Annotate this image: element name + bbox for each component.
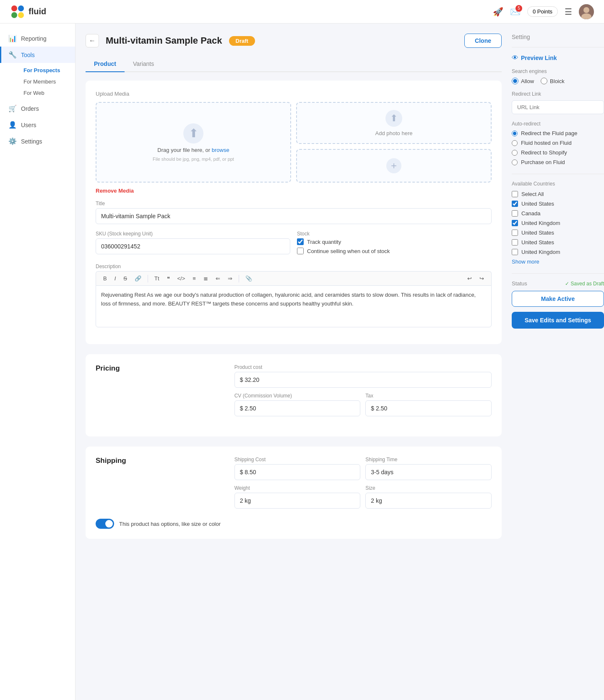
country-checkbox-4[interactable] bbox=[512, 239, 518, 246]
country-label-2: United Kingdom bbox=[521, 220, 560, 226]
cost-group: Product cost bbox=[234, 364, 492, 388]
block-radio[interactable] bbox=[541, 78, 547, 84]
tab-product[interactable]: Product bbox=[86, 56, 125, 72]
clone-button[interactable]: Clone bbox=[464, 34, 502, 48]
panel-divider-3 bbox=[512, 273, 604, 274]
save-button[interactable]: Save Edits and Settings bbox=[512, 312, 604, 329]
add-photo-zone[interactable]: ⬆ Add photo here bbox=[296, 102, 492, 144]
country-item-3[interactable]: United States bbox=[512, 230, 604, 236]
shipping-heading: Shipping bbox=[96, 457, 224, 465]
pricing-heading: Pricing bbox=[96, 364, 224, 373]
toolbar-attach[interactable]: 📎 bbox=[242, 274, 255, 283]
country-checkbox-1[interactable] bbox=[512, 210, 518, 217]
allow-option[interactable]: Allow bbox=[512, 78, 534, 84]
toolbar-redo[interactable]: ↪ bbox=[476, 274, 487, 283]
block-option[interactable]: Bloick bbox=[541, 78, 565, 84]
country-item-4[interactable]: United States bbox=[512, 239, 604, 246]
sidebar-item-tools[interactable]: 🔧 Tools bbox=[0, 47, 75, 63]
sidebar-sub-item-web[interactable]: For Web bbox=[18, 87, 75, 99]
plus-zone[interactable]: + bbox=[296, 149, 492, 183]
country-item-2[interactable]: United Kingdom bbox=[512, 220, 604, 226]
sidebar-sub-item-prospects[interactable]: For Prospects bbox=[18, 65, 75, 76]
points-button[interactable]: 0 Points bbox=[527, 6, 558, 17]
tab-variants[interactable]: Variants bbox=[125, 56, 162, 72]
desc-textarea[interactable]: Rejuvenating Rest As we age our body's n… bbox=[96, 285, 492, 327]
remove-media-link[interactable]: Remove Media bbox=[96, 188, 492, 194]
redirect-shopify-radio[interactable] bbox=[512, 150, 518, 156]
panel-divider-2 bbox=[512, 174, 604, 174]
country-checkbox-5[interactable] bbox=[512, 249, 518, 255]
country-checkbox-0[interactable] bbox=[512, 201, 518, 207]
sidebar-item-reporting[interactable]: 📊 Reporting bbox=[0, 30, 75, 47]
toolbar-strike[interactable]: S bbox=[120, 274, 130, 283]
avatar[interactable] bbox=[579, 4, 594, 19]
preview-link-text[interactable]: Preview Link bbox=[521, 55, 557, 61]
desc-group: Description B I S 🔗 Tt ❝ </> ≡ ≣ ⇐ ⇒ bbox=[96, 264, 492, 327]
top-nav: fluid 🚀 ✉️ 5 0 Points ☰ bbox=[0, 0, 604, 24]
track-qty-checkbox[interactable] bbox=[297, 238, 304, 245]
toolbar-align2[interactable]: ⇒ bbox=[225, 274, 235, 283]
file-hint: File should be jpg, png, mp4, pdf, or pp… bbox=[153, 157, 234, 162]
options-toggle[interactable] bbox=[96, 519, 114, 529]
product-card: Upload Media ⬆ Drag your file here, or b… bbox=[86, 81, 502, 344]
select-all-item[interactable]: Select All bbox=[512, 191, 604, 197]
toolbar-list2[interactable]: ≣ bbox=[200, 274, 211, 283]
saved-status: ✓ Saved as Draft bbox=[565, 281, 604, 287]
cv-input[interactable] bbox=[234, 400, 361, 416]
toolbar-link[interactable]: 🔗 bbox=[132, 274, 144, 283]
country-item-1[interactable]: Canada bbox=[512, 210, 604, 217]
make-active-button[interactable]: Make Active bbox=[512, 291, 604, 307]
redirect-fluid-label: Redirect the Fluid page bbox=[521, 130, 577, 136]
upload-drop-zone[interactable]: ⬆ Drag your file here, or browse File sh… bbox=[96, 102, 291, 183]
sku-input[interactable] bbox=[96, 238, 290, 254]
eye-icon: 👁 bbox=[512, 54, 518, 62]
desc-label: Description bbox=[96, 264, 492, 269]
purchase-fluid-option[interactable]: Purchase on Fluid bbox=[512, 159, 604, 165]
sidebar-item-orders[interactable]: 🛒 Orders bbox=[0, 100, 75, 117]
purchase-fluid-radio[interactable] bbox=[512, 159, 518, 165]
country-label-4: United States bbox=[521, 239, 554, 246]
sidebar-item-settings[interactable]: ⚙️ Settings bbox=[0, 133, 75, 149]
toolbar-text[interactable]: Tt bbox=[151, 274, 162, 283]
rocket-icon-btn[interactable]: 🚀 bbox=[493, 7, 503, 17]
shipping-cost-input[interactable] bbox=[234, 464, 361, 480]
redirect-fluid-radio[interactable] bbox=[512, 131, 518, 136]
allow-radio[interactable] bbox=[512, 78, 518, 84]
country-checkbox-3[interactable] bbox=[512, 230, 518, 236]
toolbar-align1[interactable]: ⇐ bbox=[213, 274, 223, 283]
country-item-0[interactable]: United States bbox=[512, 201, 604, 207]
mail-icon-btn[interactable]: ✉️ 5 bbox=[510, 7, 521, 17]
url-input[interactable] bbox=[512, 100, 604, 114]
country-label-5: United Kingdom bbox=[521, 249, 560, 255]
browse-link[interactable]: browse bbox=[212, 147, 229, 153]
shipping-section: Shipping Shipping Cost Shipping Time bbox=[96, 457, 492, 509]
hamburger-button[interactable]: ☰ bbox=[565, 7, 572, 17]
toggle-slider bbox=[96, 519, 114, 529]
available-countries-title: Available Countries bbox=[512, 181, 604, 187]
continue-selling-checkbox[interactable] bbox=[297, 248, 304, 254]
redirect-fluid-option[interactable]: Redirect the Fluid page bbox=[512, 130, 604, 136]
title-input[interactable] bbox=[96, 208, 492, 224]
redirect-shopify-option[interactable]: Redirect to Shopify bbox=[512, 149, 604, 156]
toolbar-list1[interactable]: ≡ bbox=[190, 274, 199, 283]
toolbar-italic[interactable]: I bbox=[112, 274, 119, 283]
country-item-5[interactable]: United Kingdom bbox=[512, 249, 604, 255]
weight-input[interactable] bbox=[234, 493, 361, 509]
tax-input[interactable] bbox=[365, 400, 492, 416]
cost-input[interactable] bbox=[234, 372, 492, 388]
shipping-time-input[interactable] bbox=[365, 464, 492, 480]
sidebar-item-users[interactable]: 👤 Users bbox=[0, 117, 75, 133]
back-button[interactable]: ← bbox=[86, 34, 99, 47]
size-input[interactable] bbox=[365, 493, 492, 509]
sidebar-sub-item-members[interactable]: For Members bbox=[18, 76, 75, 87]
toolbar-undo[interactable]: ↩ bbox=[464, 274, 475, 283]
show-more-link[interactable]: Show more bbox=[512, 259, 604, 265]
toolbar-code[interactable]: </> bbox=[174, 274, 188, 283]
fluid-hosted-radio[interactable] bbox=[512, 140, 518, 146]
select-all-checkbox[interactable] bbox=[512, 191, 518, 197]
fluid-hosted-option[interactable]: Fluid hosted on Fluid bbox=[512, 140, 604, 146]
country-checkbox-2[interactable] bbox=[512, 220, 518, 226]
toolbar-bold[interactable]: B bbox=[100, 274, 110, 283]
toolbar-quote[interactable]: ❝ bbox=[164, 274, 173, 283]
drop-text: Drag your file here, or browse bbox=[157, 147, 229, 153]
